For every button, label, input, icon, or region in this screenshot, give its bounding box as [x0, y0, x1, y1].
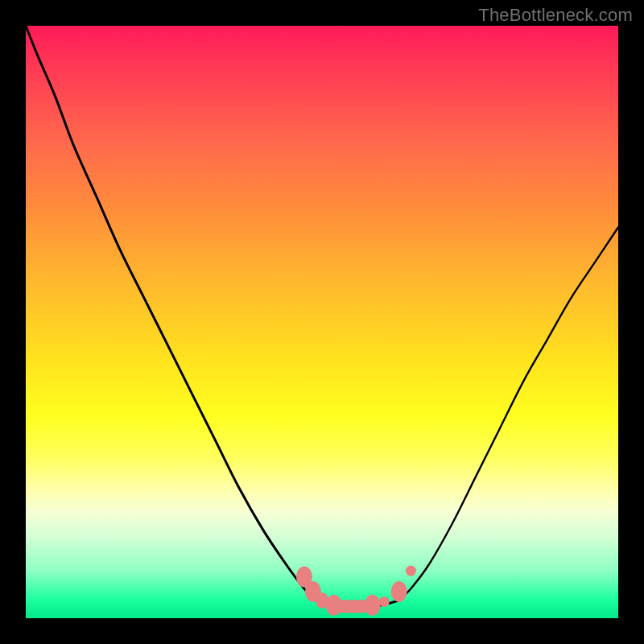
marker-6 — [379, 597, 390, 607]
chart-plot-area — [26, 26, 618, 618]
watermark-text: TheBottleneck.com — [478, 5, 633, 26]
chart-curves — [26, 26, 618, 607]
marker-7 — [391, 581, 407, 602]
marker-5 — [365, 595, 381, 616]
marker-4 — [334, 600, 369, 613]
marker-8 — [406, 566, 416, 576]
chart-markers — [296, 566, 416, 616]
series-left-curve — [26, 26, 316, 601]
chart-overlay-svg — [26, 26, 618, 618]
series-right-curve — [399, 227, 618, 601]
